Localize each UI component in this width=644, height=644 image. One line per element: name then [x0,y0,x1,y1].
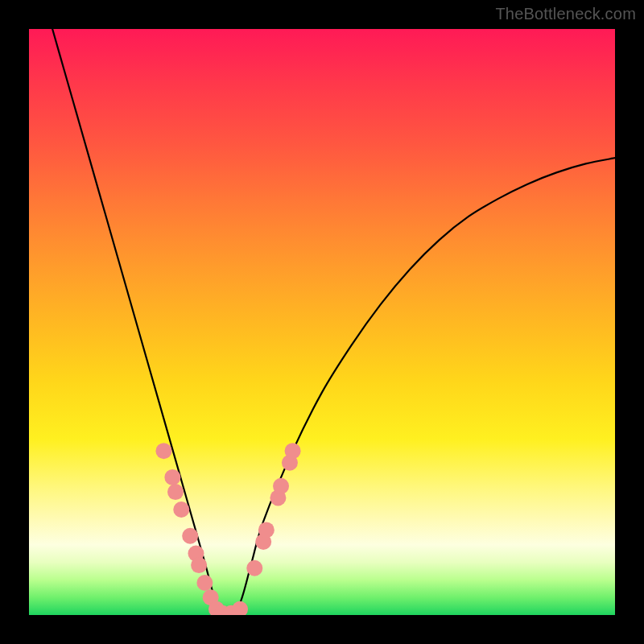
watermark-text: TheBottleneck.com [495,5,636,23]
data-marker [182,528,198,544]
data-marker [285,443,301,459]
data-marker [173,502,189,518]
data-marker [164,469,180,485]
data-marker [155,443,171,459]
plot-area [29,29,615,615]
data-marker [191,557,207,573]
chart-svg [29,29,615,615]
chart-frame: TheBottleneck.com [0,0,644,644]
data-marker [196,575,213,591]
data-marker [246,560,262,576]
data-marker [167,484,184,500]
data-marker [232,601,248,615]
data-marker [273,478,289,494]
data-marker [258,522,275,538]
bottleneck-curve [52,29,615,615]
